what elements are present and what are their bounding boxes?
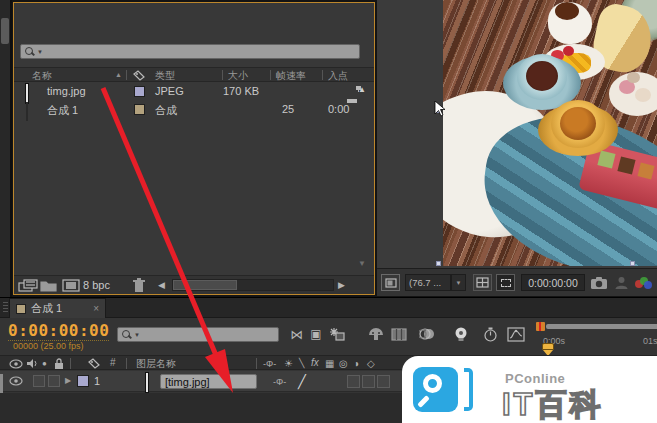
scroll-left-icon[interactable]: ◀ [158, 280, 165, 290]
comp-in-point: 0:00 [328, 103, 349, 115]
live-update-button[interactable] [327, 325, 347, 343]
layer-color-swatch[interactable] [77, 375, 89, 387]
draft-3d-button[interactable]: ▣ [307, 325, 325, 343]
interpret-footage-icon[interactable] [18, 279, 40, 292]
column-size[interactable]: 大小 [228, 69, 248, 83]
comp-flowchart-button[interactable]: ⋈ [288, 325, 306, 343]
layer-visibility-eye-icon[interactable] [9, 376, 23, 386]
solo-icon[interactable]: ● [42, 359, 47, 368]
label-color-swatch[interactable] [134, 86, 145, 97]
ruler-end-label: 01s [643, 336, 657, 346]
close-icon[interactable]: × [93, 303, 99, 314]
footage-name[interactable]: timg.jpg [47, 85, 86, 97]
project-search-input[interactable]: ▼ [20, 44, 360, 59]
layer-handle[interactable] [630, 261, 635, 266]
folder-icon[interactable] [40, 279, 58, 292]
project-row-timg[interactable]: timg.jpg JPEG 170 KB [14, 83, 374, 101]
layer-name-value: [timg.jpg] [165, 376, 210, 388]
trash-icon[interactable] [132, 278, 146, 293]
layer-shy-switch[interactable]: -Φ- [273, 377, 286, 387]
horizontal-scrollbar-thumb[interactable] [173, 280, 237, 290]
lock-icon[interactable] [54, 358, 64, 369]
frame-blending-button[interactable] [389, 325, 409, 343]
motion-blur-button[interactable] [417, 325, 437, 343]
scroll-down-icon[interactable]: ▼ [358, 259, 366, 268]
project-panel: ▼ 名称 ▲ 类型 大小 帧速率 入点 timg.jpg JPEG 170 KB [13, 2, 375, 295]
grid-guides-button[interactable] [473, 274, 492, 291]
zoom-level-dropdown[interactable]: (76.7 ... [405, 274, 451, 291]
timeline-tab-bar: 合成 1 × [0, 298, 657, 318]
auto-keyframe-stopwatch-button[interactable] [480, 325, 500, 343]
tab-comp-1[interactable]: 合成 1 × [9, 298, 106, 318]
column-name[interactable]: 名称 [32, 69, 52, 83]
search-dropdown-icon[interactable]: ▼ [134, 332, 140, 338]
layer-3d-switch[interactable] [377, 375, 390, 388]
hide-shy-layers-button[interactable] [366, 325, 386, 343]
layer-thumbnail-icon [146, 373, 148, 392]
column-divider [126, 358, 127, 369]
audio-toggle[interactable] [33, 375, 45, 387]
eye-icon[interactable] [9, 359, 23, 369]
graph-editor-button[interactable] [505, 325, 527, 343]
panel-grip[interactable] [3, 302, 8, 314]
column-in-point[interactable]: 入点 [328, 69, 348, 83]
watermark-logo [413, 367, 458, 412]
quality-column-icon[interactable]: ╲ [299, 358, 304, 368]
fx-column-icon[interactable]: fx [311, 357, 319, 368]
timeline-search-input[interactable]: ▼ [117, 327, 279, 342]
layer-name-column[interactable]: 图层名称 [136, 357, 176, 371]
frame-blend-column-icon[interactable]: ▦ [325, 358, 334, 369]
current-timecode[interactable]: 0:00:00:00 [8, 321, 109, 341]
threed-column-icon[interactable]: ◇ [367, 358, 375, 369]
work-area-start-marker[interactable] [536, 322, 545, 331]
left-scrollbar-thumb[interactable] [1, 18, 9, 44]
label-column-icon[interactable] [133, 70, 145, 81]
label-column-icon[interactable] [88, 358, 100, 369]
solo-toggle[interactable] [48, 375, 60, 387]
project-row-comp[interactable]: 合成 1 合成 25 0:00 [14, 101, 374, 119]
column-divider [256, 358, 257, 369]
project-bottom-toolbar: 8 bpc ◀ ▶ [14, 275, 374, 294]
speaker-icon[interactable] [26, 358, 38, 369]
layer-handle[interactable] [436, 261, 441, 266]
photo-strawberry [563, 46, 574, 56]
scroll-up-icon[interactable]: ▲ [358, 85, 366, 94]
watermark-title: IT百科 [502, 384, 604, 423]
layer-index: 1 [94, 375, 100, 387]
magnifier-handle [417, 395, 430, 408]
snapshot-camera-icon[interactable] [591, 276, 608, 289]
scroll-right-icon[interactable]: ▶ [338, 280, 345, 290]
composition-image[interactable] [443, 0, 657, 266]
expand-layer-icon[interactable]: ▶ [65, 376, 71, 385]
search-dropdown-icon[interactable]: ▼ [37, 49, 43, 55]
collapse-column-icon[interactable]: ☀ [284, 358, 293, 369]
region-of-interest-button[interactable] [496, 274, 515, 291]
zoom-dropdown-arrow[interactable]: ▼ [451, 274, 466, 291]
sort-asc-icon[interactable]: ▲ [115, 71, 122, 78]
index-column[interactable]: # [110, 357, 116, 368]
roi-icon [501, 279, 511, 287]
comp-name[interactable]: 合成 1 [47, 103, 78, 118]
motion-blur-column-icon[interactable]: ◎ [339, 358, 348, 369]
layer-quality-switch[interactable]: ╱ [298, 374, 306, 389]
footage-type: JPEG [155, 85, 184, 97]
layer-name-field[interactable]: [timg.jpg] [160, 374, 257, 389]
frame-info: 00000 (25.00 fps) [13, 341, 84, 351]
column-type[interactable]: 类型 [155, 69, 175, 83]
new-composition-icon[interactable] [62, 279, 80, 292]
show-snapshot-icon[interactable] [615, 276, 628, 289]
shy-column-icon[interactable]: -Φ- [263, 359, 276, 369]
layer-motion-blur-switch[interactable] [362, 375, 375, 388]
composition-icon [26, 102, 28, 121]
show-channel-icon[interactable] [635, 277, 653, 289]
view-layout-button[interactable] [381, 274, 400, 291]
label-color-swatch[interactable] [134, 104, 145, 115]
adjustment-column-icon[interactable]: ◑ [353, 358, 359, 369]
layer-frame-blend-switch[interactable] [347, 375, 360, 388]
column-fps[interactable]: 帧速率 [276, 69, 306, 83]
horizontal-scrollbar[interactable] [172, 279, 334, 291]
bit-depth-label[interactable]: 8 bpc [83, 279, 110, 291]
work-area-bar[interactable] [546, 324, 657, 329]
brainstorm-button[interactable] [450, 325, 472, 343]
viewer-timecode[interactable]: 0:00:00:00 [521, 274, 585, 291]
